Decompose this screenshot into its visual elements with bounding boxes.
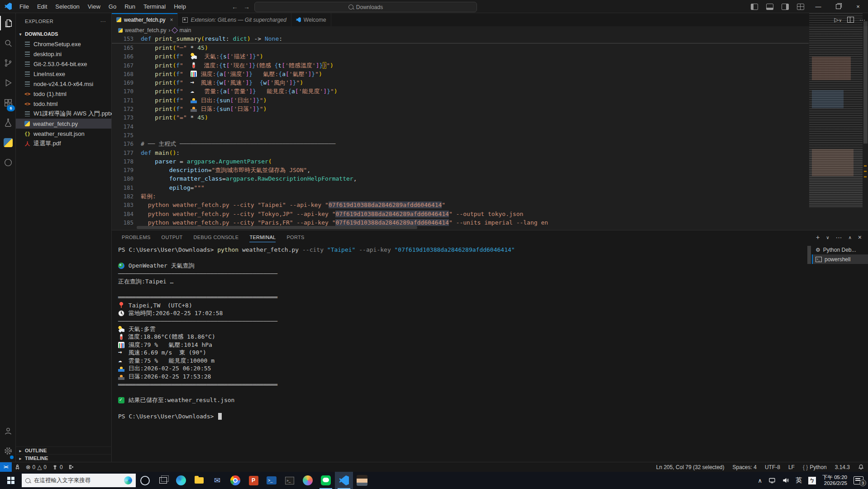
indentation[interactable]: Spaces: 4: [729, 464, 761, 470]
tab-extension:[interactable]: Extension: GitLens — Git supercharged: [178, 13, 291, 26]
menu-selection[interactable]: Selection: [51, 0, 83, 13]
panel-more-icon[interactable]: ···: [835, 234, 842, 241]
ime-mode-icon[interactable]: ㄅ: [808, 477, 816, 484]
folder-taskbar-icon[interactable]: [190, 472, 208, 489]
remote-indicator[interactable]: ><: [0, 462, 12, 472]
panel-tab-problems[interactable]: PROBLEMS: [117, 230, 155, 244]
minimize-button[interactable]: —: [808, 0, 828, 13]
chrome-taskbar-icon[interactable]: [226, 472, 244, 489]
panel-tab-ports[interactable]: PORTS: [282, 230, 309, 244]
powerpoint-taskbar-icon[interactable]: P: [244, 472, 262, 489]
port-forward-icon[interactable]: [66, 462, 77, 472]
explorer-more-icon[interactable]: ···: [100, 19, 106, 24]
speaker-icon[interactable]: [782, 477, 789, 484]
panel-tab-debug-console[interactable]: DEBUG CONSOLE: [189, 230, 243, 244]
accounts-icon[interactable]: [0, 421, 16, 441]
menu-terminal[interactable]: Terminal: [139, 0, 170, 13]
close-button[interactable]: ×: [848, 0, 868, 13]
terminal-instance-pythondeb[interactable]: ⚙Python Deb...: [812, 245, 868, 254]
explorer-icon[interactable]: [0, 13, 16, 33]
new-terminal-icon[interactable]: +: [816, 234, 820, 241]
panel-tab-terminal[interactable]: TERMINAL: [245, 230, 280, 244]
outline-section[interactable]: ▸ OUTLINE: [16, 446, 112, 454]
taskbar-clock[interactable]: 下午 05:20 2026/2/25: [822, 475, 847, 486]
encoding[interactable]: UTF-8: [761, 464, 784, 470]
menu-go[interactable]: Go: [105, 0, 120, 13]
breadcrumb-file[interactable]: weather_fetch.py: [125, 27, 166, 34]
breadcrumb[interactable]: weather_fetch.py › main: [112, 26, 868, 34]
ports-status[interactable]: 0: [49, 462, 66, 472]
panel-tab-output[interactable]: OUTPUT: [157, 230, 187, 244]
network-icon[interactable]: [768, 477, 776, 484]
source-control-icon[interactable]: [0, 53, 16, 73]
breadcrumb-symbol[interactable]: main: [179, 27, 191, 34]
bell-icon[interactable]: [854, 464, 868, 470]
cmd-taskbar-icon[interactable]: >_: [281, 472, 299, 489]
mail-taskbar-icon[interactable]: ✉: [208, 472, 226, 489]
downloads-section-header[interactable]: ▾ DOWNLOADS: [16, 29, 111, 39]
file-item[interactable]: 人退選單.pdf: [16, 139, 111, 149]
maximize-panel-icon[interactable]: ∧: [848, 235, 851, 240]
menu-edit[interactable]: Edit: [33, 0, 51, 13]
timeline-section[interactable]: ▸ TIMELINE: [16, 454, 112, 462]
search-view-icon[interactable]: [0, 33, 16, 53]
taskbar-search[interactable]: 在這裡輸入文字來搜尋: [22, 474, 136, 487]
terminal-output[interactable]: PS C:\Users\User\Downloads> python weath…: [118, 246, 806, 462]
toggle-panel-icon[interactable]: [766, 4, 773, 10]
python-view-icon[interactable]: [0, 133, 16, 153]
forward-arrow-icon[interactable]: →: [243, 3, 250, 10]
file-item[interactable]: {}weather_result.json: [16, 129, 111, 139]
menu-file[interactable]: File: [15, 0, 33, 13]
vscode-taskbar-icon[interactable]: [335, 472, 353, 489]
powershell-taskbar-icon[interactable]: >_: [262, 472, 281, 489]
problems-status[interactable]: ⊗0 △0: [23, 462, 49, 472]
cortana-taskbar-icon[interactable]: [136, 472, 154, 489]
file-item[interactable]: <>todo (1).html: [16, 89, 111, 99]
run-debug-icon[interactable]: [0, 73, 16, 93]
terminal-scrollbar[interactable]: [807, 246, 811, 264]
close-panel-icon[interactable]: ×: [858, 234, 862, 241]
customize-layout-icon[interactable]: [797, 4, 804, 10]
pinwheel-taskbar-icon[interactable]: [299, 472, 317, 489]
avatar-taskbar-icon[interactable]: [353, 472, 371, 489]
terminal-instance-powershell[interactable]: >_powershell: [812, 254, 868, 264]
language-mode[interactable]: { }Python: [799, 464, 831, 470]
file-item[interactable]: <>todo.html: [16, 99, 111, 109]
file-item[interactable]: LineInst.exe: [16, 69, 111, 79]
input-language[interactable]: 英: [796, 476, 802, 484]
file-item[interactable]: W1課程導論與 AWS 入門.pptx: [16, 109, 111, 119]
close-tab-icon[interactable]: ×: [170, 17, 173, 23]
extensions-icon[interactable]: 6: [0, 93, 16, 113]
rocket-icon[interactable]: [12, 462, 23, 472]
settings-gear-icon[interactable]: [0, 441, 16, 461]
start-button[interactable]: [0, 472, 22, 489]
file-item[interactable]: node-v24.14.0-x64.msi: [16, 79, 111, 89]
restore-button[interactable]: [828, 0, 848, 13]
eol[interactable]: LF: [784, 464, 799, 470]
taskview-taskbar-icon[interactable]: [154, 472, 172, 489]
file-item[interactable]: ChromeSetup.exe: [16, 39, 111, 49]
back-arrow-icon[interactable]: ←: [232, 3, 238, 10]
toggle-sidebar-icon[interactable]: [751, 4, 758, 10]
file-item[interactable]: weather_fetch.py: [16, 119, 111, 129]
file-item[interactable]: desktop.ini: [16, 49, 111, 59]
tab-weather_fetch.py[interactable]: weather_fetch.py×: [112, 13, 178, 26]
menu-view[interactable]: View: [84, 0, 105, 13]
menu-run[interactable]: Run: [120, 0, 139, 13]
tab-welcome[interactable]: Welcome: [291, 13, 331, 26]
hidden-icons-chevron[interactable]: ∧: [758, 477, 763, 484]
menu-help[interactable]: Help: [170, 0, 190, 13]
code-editor[interactable]: 153def print_summary(result: dict) -> No…: [112, 34, 809, 230]
horizontal-scrollbar[interactable]: [137, 226, 417, 229]
edge-taskbar-icon[interactable]: [172, 472, 190, 489]
jupyter-icon[interactable]: [0, 153, 16, 173]
command-center-search[interactable]: Downloads: [254, 2, 477, 12]
notification-center-icon[interactable]: 3: [854, 476, 863, 484]
cursor-position[interactable]: Ln 205, Col 79 (32 selected): [652, 464, 729, 470]
terminal-dropdown-icon[interactable]: ∨: [826, 235, 829, 240]
line-taskbar-icon[interactable]: [317, 472, 335, 489]
minimap-slider[interactable]: [809, 149, 863, 208]
toggle-secondary-sidebar-icon[interactable]: [782, 4, 789, 10]
python-version[interactable]: 3.14.3: [831, 464, 854, 470]
file-item[interactable]: Git-2.53.0-64-bit.exe: [16, 59, 111, 69]
